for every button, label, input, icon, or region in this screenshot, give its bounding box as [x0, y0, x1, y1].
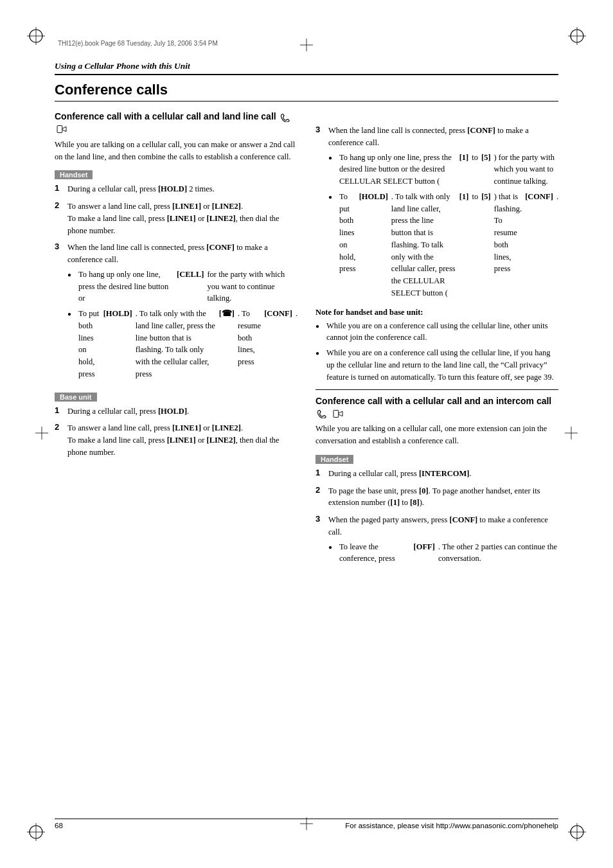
right-column: 3 When the land line call is connected, …: [315, 105, 558, 573]
right-handset-step1: 1 During a cellular call, press [INTERCO…: [315, 468, 558, 480]
left-handset-step1: 1 During a cellular call, press [HOLD] 2…: [55, 183, 298, 195]
section2-intro: While you are talking on a cellular call…: [315, 423, 558, 447]
center-bottom-mark: [300, 817, 313, 833]
bullet-list: To hang up only one line, press the desi…: [67, 269, 298, 380]
left-handset-step2: 2 To answer a land line call, press [LIN…: [55, 200, 298, 236]
bullet-list: To leave the conference, press [OFF]. Th…: [328, 541, 558, 565]
section1-intro: While you are talking on a cellular call…: [55, 139, 298, 163]
base-unit-badge-left: Base unit: [55, 393, 97, 402]
left-base-step1: 1 During a cellular call, press [HOLD].: [55, 405, 298, 418]
right-base-step3: 3 When the land line call is connected, …: [315, 105, 558, 303]
base-unit-icon2: [332, 409, 344, 418]
center-top-mark: [300, 39, 313, 54]
bullet-list: To hang up only one line, press the desi…: [328, 152, 558, 299]
section1-title: Conference call with a cellular call and…: [55, 111, 298, 135]
corner-mark-tl: [27, 27, 45, 45]
handset-badge-right: Handset: [315, 455, 353, 464]
right-handset-step2: 2 To page the base unit, press [0]. To p…: [315, 485, 558, 509]
note-item: While you are on a conference call using…: [315, 347, 558, 383]
step-num: 3: [315, 514, 324, 524]
step-content: During a cellular call, press [INTERCOM]…: [328, 468, 558, 480]
bullet-item: To leave the conference, press [OFF]. Th…: [328, 541, 558, 565]
note-item: While you are on a conference call using…: [315, 320, 558, 344]
corner-mark-tr: [568, 27, 586, 45]
svg-line-14: [62, 130, 66, 132]
base-unit-icon: [56, 125, 67, 134]
section-divider: [315, 389, 558, 390]
step-content: When the paged party answers, press [CON…: [328, 514, 558, 568]
step-content: During a cellular call, press [HOLD] 2 t…: [67, 183, 298, 195]
step-content: When the land line call is connected, pr…: [67, 242, 298, 383]
svg-line-13: [62, 127, 66, 129]
step-num: 2: [55, 422, 64, 432]
step-num: 1: [55, 405, 64, 415]
bullet-item: To put both lines on hold, press [HOLD].…: [328, 191, 558, 299]
notes-list: While you are on a conference call using…: [315, 320, 558, 384]
left-column: Conference call with a cellular call and…: [55, 105, 298, 573]
step-num: 2: [315, 485, 324, 495]
section2-title: Conference call with a cellular call and…: [315, 395, 558, 419]
svg-rect-16: [333, 411, 339, 418]
step-num: 3: [55, 242, 64, 251]
step-num: 2: [55, 200, 64, 210]
bullet-item: To hang up only one line, press the desi…: [328, 152, 558, 188]
bullet-item: To put both lines on hold, press [HOLD].…: [67, 308, 298, 380]
svg-line-17: [338, 411, 342, 413]
center-left-mark: [35, 427, 48, 442]
corner-mark-br: [568, 823, 586, 841]
step-content: To answer a land line call, press [LINE1…: [67, 200, 298, 236]
file-info: THI12(e).book Page 68 Tuesday, July 18, …: [58, 40, 218, 47]
page: THI12(e).book Page 68 Tuesday, July 18, …: [0, 0, 613, 868]
left-handset-step3: 3 When the land line call is connected, …: [55, 242, 298, 383]
main-title: Conference calls: [55, 82, 558, 102]
step-content: To page the base unit, press [0]. To pag…: [328, 485, 558, 509]
note-title: Note for handset and base unit:: [315, 308, 558, 317]
corner-mark-bl: [27, 823, 45, 841]
left-base-step2: 2 To answer a land line call, press [LIN…: [55, 422, 298, 458]
bullet-item: To hang up only one line, press the desi…: [67, 269, 298, 305]
step-content: During a cellular call, press [HOLD].: [67, 405, 298, 418]
handset-icon2: [317, 409, 327, 418]
svg-rect-12: [57, 126, 62, 133]
step-content: When the land line call is connected, pr…: [328, 125, 558, 303]
right-handset-step3: 3 When the paged party answers, press [C…: [315, 514, 558, 568]
step-num: 3: [315, 125, 324, 134]
svg-line-18: [338, 414, 342, 416]
columns: Conference call with a cellular call and…: [55, 105, 558, 573]
content-area: Using a Cellular Phone with this Unit Co…: [55, 61, 558, 807]
handset-badge-left: Handset: [55, 170, 93, 179]
step-num: 1: [55, 183, 64, 193]
page-number: 68: [55, 822, 63, 829]
step-content: To answer a land line call, press [LINE1…: [67, 422, 298, 458]
section2-icons: [315, 408, 345, 418]
step-num: 1: [315, 468, 324, 477]
handset-icon: [280, 113, 290, 122]
center-right-mark: [565, 427, 578, 442]
page-header: Using a Cellular Phone with this Unit: [55, 61, 558, 75]
assistance-text: For assistance, please visit http://www.…: [345, 822, 558, 829]
